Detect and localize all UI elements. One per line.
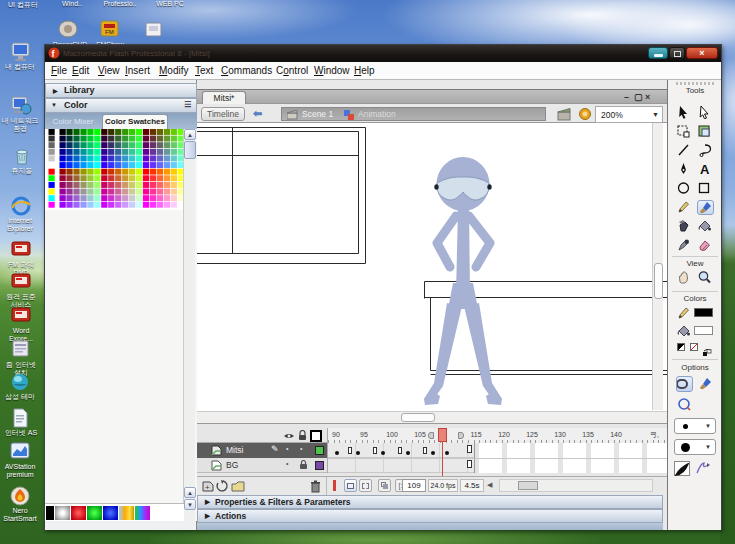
svg-text:+: + [205,483,210,492]
svg-text:A: A [700,162,710,176]
svg-text:FM: FM [105,29,114,35]
